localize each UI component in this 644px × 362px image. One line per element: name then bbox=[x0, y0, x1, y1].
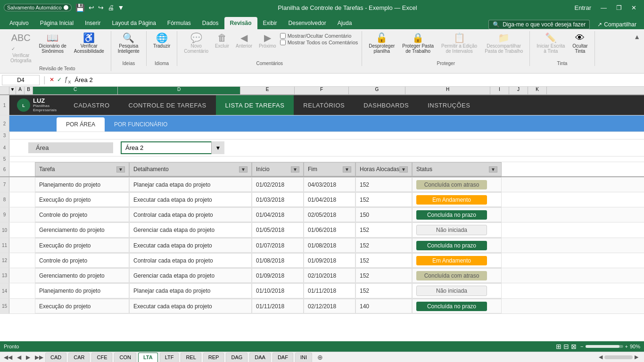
sheet-tab-rep[interactable]: REP bbox=[203, 353, 224, 362]
sheet-tab-lta[interactable]: LTA bbox=[138, 353, 158, 362]
cell-reference-input[interactable] bbox=[2, 75, 40, 85]
sheet-tab-dag[interactable]: DAG bbox=[226, 353, 248, 362]
desproteger-planilha-button[interactable]: 🔓 Desprotegerplanilha bbox=[366, 31, 397, 56]
horas-filter-btn[interactable]: ▼ bbox=[399, 166, 408, 173]
add-sheet-button[interactable]: ⊕ bbox=[314, 353, 327, 362]
normal-view-btn[interactable]: ⊞ bbox=[556, 343, 561, 350]
close-button[interactable]: ✕ bbox=[627, 3, 640, 12]
tab-next-arrow[interactable]: ▶ bbox=[24, 354, 32, 361]
tab-pagina-inicial[interactable]: Página Inicial bbox=[34, 17, 79, 29]
tab-last-arrow[interactable]: ▶▶ bbox=[33, 354, 45, 361]
mostrar-ocultar-checkbox[interactable] bbox=[280, 33, 286, 39]
verificar-acessibilidade-button[interactable]: ♿ VerificarAcessibilidade bbox=[71, 31, 107, 56]
col-a[interactable]: A bbox=[16, 87, 25, 94]
cancel-formula-icon[interactable]: ✕ bbox=[50, 76, 54, 83]
nav-item-cadastro[interactable]: CADASTRO bbox=[64, 95, 119, 115]
page-break-btn[interactable]: ⊠ bbox=[571, 343, 577, 350]
nav-item-instrucoes[interactable]: INSTRUÇÕES bbox=[418, 95, 479, 115]
row-num-12: 12 bbox=[0, 253, 9, 268]
col-j[interactable]: J bbox=[509, 87, 528, 94]
grupo-ideias-label: Ideias bbox=[123, 61, 135, 66]
sheet-tab-cad[interactable]: CAD bbox=[45, 353, 66, 362]
sheet-tab-daa[interactable]: DAA bbox=[249, 353, 271, 362]
formula-input[interactable] bbox=[73, 76, 642, 83]
sub-nav-por-funcionario[interactable]: POR FUNCIONÁRIO bbox=[105, 117, 177, 132]
tarefa-filter-btn[interactable]: ▼ bbox=[116, 166, 125, 173]
title-bar-right: Entrar — ❐ ✕ bbox=[571, 3, 640, 12]
autosave-toggle[interactable]: Salvamento Automático bbox=[4, 4, 72, 11]
page-layout-btn[interactable]: ⊟ bbox=[563, 343, 569, 350]
col-c[interactable]: C bbox=[33, 87, 118, 94]
redo-icon[interactable]: ↪ bbox=[98, 4, 104, 11]
ribbon-collapse-icon[interactable]: ▲ bbox=[634, 33, 640, 41]
scroll-right-btn[interactable]: ▶ bbox=[635, 354, 638, 360]
sheet-tab-ltf[interactable]: LTF bbox=[160, 353, 179, 362]
mostrar-todos-check[interactable]: Mostrar Todos os Comentários bbox=[280, 40, 358, 45]
col-d[interactable]: D bbox=[118, 87, 240, 94]
insert-function-icon[interactable]: ƒx bbox=[65, 75, 71, 84]
restore-button[interactable]: ❐ bbox=[612, 3, 626, 12]
nav-item-lista[interactable]: LISTA DE TAREFAS bbox=[216, 95, 294, 115]
col-e[interactable]: E bbox=[240, 87, 295, 94]
more-icon[interactable]: ▼ bbox=[118, 4, 124, 11]
status-badge: Em Andamento bbox=[416, 256, 487, 265]
ocultar-tinta-button[interactable]: 👁 OcultarTinta bbox=[570, 31, 590, 56]
zoom-out-btn[interactable]: − bbox=[580, 344, 583, 349]
tab-inserir[interactable]: Inserir bbox=[79, 17, 106, 29]
scroll-left-btn[interactable]: ◀ bbox=[599, 354, 603, 360]
save-icon[interactable]: 💾 bbox=[75, 3, 85, 12]
nav-item-dashboards[interactable]: DASHBOARDS bbox=[354, 95, 418, 115]
tab-arquivo[interactable]: Arquivo bbox=[4, 17, 34, 29]
confirm-formula-icon[interactable]: ✓ bbox=[57, 76, 62, 83]
sheet-tab-ini[interactable]: INI bbox=[295, 353, 312, 362]
tab-exibir[interactable]: Exibir bbox=[257, 17, 283, 29]
mostrar-todos-checkbox[interactable] bbox=[280, 40, 286, 45]
pesquisa-inteligente-button[interactable]: 🔍 PesquisaInteligente bbox=[115, 31, 142, 56]
inicio-filter-btn[interactable]: ▼ bbox=[291, 166, 299, 173]
traduzir-button[interactable]: 🌐 Traduzir bbox=[150, 31, 173, 50]
status-filter-btn[interactable]: ▼ bbox=[489, 166, 497, 173]
col-g[interactable]: G bbox=[349, 87, 405, 94]
sheet-tab-cfe[interactable]: CFE bbox=[91, 353, 112, 362]
search-box[interactable]: 🔍 Diga-me o que você deseja fazer bbox=[488, 20, 590, 29]
sheet-tab-con[interactable]: CON bbox=[114, 353, 136, 362]
filter-dropdown-arrow[interactable]: ▼ bbox=[211, 141, 224, 154]
th-tarefa: Tarefa ▼ bbox=[35, 162, 129, 176]
filter-dropdown[interactable]: Área 2 bbox=[121, 141, 224, 154]
status-bar: Pronto ⊞ ⊟ ⊠ − + 90% bbox=[0, 341, 644, 352]
share-button[interactable]: ↗ Compartilhar bbox=[597, 21, 636, 28]
sub-nav-por-area[interactable]: POR ÁREA bbox=[57, 117, 105, 132]
tab-first-arrow[interactable]: ◀◀ bbox=[2, 354, 14, 361]
minimize-button[interactable]: — bbox=[597, 3, 611, 12]
zoom-in-btn[interactable]: + bbox=[625, 344, 628, 349]
tab-formulas[interactable]: Fórmulas bbox=[162, 17, 197, 29]
col-b[interactable]: B bbox=[25, 87, 33, 94]
novo-comentario-button: 💬 NovoComentário bbox=[181, 31, 211, 56]
proteger-pasta-button[interactable]: 🔒 Proteger Pastade Trabalho bbox=[399, 31, 437, 56]
tab-layout[interactable]: Layout da Página bbox=[106, 17, 161, 29]
tab-desenvolvedor[interactable]: Desenvolvedor bbox=[283, 17, 332, 29]
tab-ajuda[interactable]: Ajuda bbox=[332, 17, 358, 29]
sheet-tab-daf[interactable]: DAF bbox=[272, 353, 293, 362]
col-header-select[interactable]: ▼ bbox=[9, 87, 16, 94]
scroll-bar[interactable] bbox=[604, 355, 633, 359]
nav-item-relatorios[interactable]: RELATÓRIOS bbox=[294, 95, 354, 115]
tab-prev-arrow[interactable]: ◀ bbox=[15, 354, 23, 361]
zoom-slider[interactable] bbox=[586, 345, 623, 348]
detalhamento-filter-btn[interactable]: ▼ bbox=[239, 166, 248, 173]
tab-revisao[interactable]: Revisão bbox=[224, 17, 257, 29]
sheet-tab-rel[interactable]: REL bbox=[181, 353, 201, 362]
tab-dados[interactable]: Dados bbox=[197, 17, 224, 29]
enter-button[interactable]: Entrar bbox=[571, 3, 595, 12]
nav-item-controle[interactable]: CONTROLE DE TAREFAS bbox=[119, 95, 216, 115]
col-k[interactable]: K bbox=[528, 87, 547, 94]
col-f[interactable]: F bbox=[295, 87, 349, 94]
undo-icon[interactable]: ↩ bbox=[89, 4, 94, 11]
dicionario-sinonimos-button[interactable]: 📖 Dicionário deSinônimos bbox=[36, 31, 69, 56]
col-h[interactable]: H bbox=[405, 87, 490, 94]
sheet-tab-car[interactable]: CAR bbox=[68, 353, 90, 362]
print-icon[interactable]: 🖨 bbox=[107, 4, 114, 11]
col-i[interactable]: I bbox=[490, 87, 509, 94]
fim-filter-btn[interactable]: ▼ bbox=[343, 166, 351, 173]
mostrar-ocultar-check[interactable]: Mostrar/Ocultar Comentário bbox=[280, 33, 358, 39]
